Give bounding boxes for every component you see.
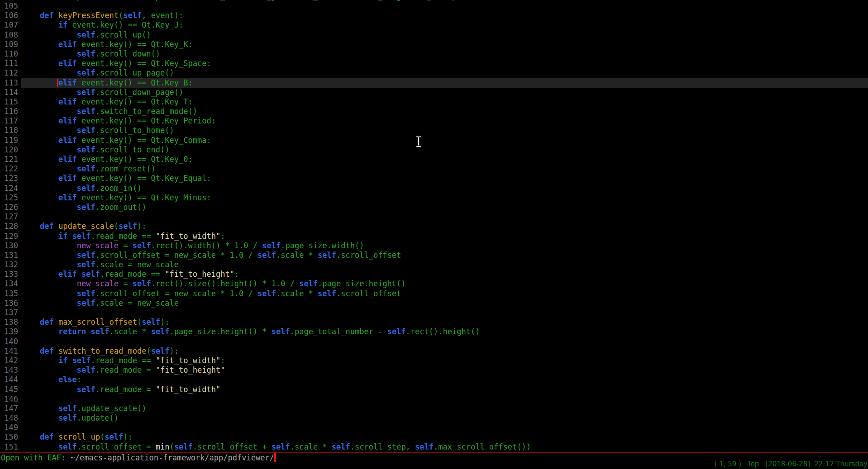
code-text: self.scroll_to_end() xyxy=(21,145,868,155)
code-line[interactable]: 116 self.switch_to_read_mode() xyxy=(0,107,868,116)
code-line[interactable]: 150 def scroll_up(self): xyxy=(0,432,868,442)
code-line[interactable]: 123 elif event.key() == Qt.Key_Equal: xyxy=(0,174,868,183)
cursor-position: ( 1, 59 ) xyxy=(715,460,741,468)
status-tray: ( 1, 59 )Top[2018-06-28]22:12 Thursday xyxy=(715,460,868,468)
code-line[interactable]: 141 def switch_to_read_mode(self): xyxy=(0,346,868,356)
code-line[interactable]: 128 def update_scale(self): xyxy=(0,222,868,231)
code-line[interactable]: 107 if event.key() == Qt.Key_J: xyxy=(0,20,868,30)
line-number: 115 xyxy=(0,97,21,107)
code-line[interactable]: 125 elif event.key() == Qt.Key_Minus: xyxy=(0,193,868,203)
code-text: self.update_scale() xyxy=(21,404,868,413)
ibeam-mouse-pointer xyxy=(415,135,423,148)
code-line[interactable]: 112 self.scroll_up_page() xyxy=(0,68,868,78)
code-line[interactable]: 136 self.scale = new_scale xyxy=(0,298,868,308)
code-text: if event.key() == Qt.Key_J: xyxy=(21,20,868,30)
minibuffer-cursor xyxy=(274,453,276,462)
line-number: 129 xyxy=(0,232,21,241)
line-number: 113 xyxy=(0,78,21,88)
code-text: self.scroll_up_page() xyxy=(21,68,868,78)
code-line[interactable]: 109 elif event.key() == Qt.Key_K: xyxy=(0,40,868,49)
code-line[interactable]: 148 self.update() xyxy=(0,413,868,423)
code-line[interactable]: 143 self.read_mode = "fit_to_height" xyxy=(0,365,868,375)
code-buffer[interactable]: painter.drawPixmap(QRect(render_x, rende… xyxy=(0,0,868,452)
code-line[interactable]: 114 self.scroll_down_page() xyxy=(0,88,868,97)
code-text: elif event.key() == Qt.Key_B: xyxy=(21,78,868,88)
code-line[interactable]: 134 new_scale = self.rect().size().heigh… xyxy=(0,279,868,289)
code-line[interactable]: 118 self.scroll_to_home() xyxy=(0,126,868,135)
code-line[interactable]: 127 xyxy=(0,212,868,222)
code-text: if self.read_mode == "fit_to_width": xyxy=(21,356,868,365)
code-text: self.read_mode = "fit_to_width" xyxy=(21,385,868,394)
code-text: def scroll_up(self): xyxy=(21,432,868,442)
code-text: self.scale = new_scale xyxy=(21,298,868,308)
line-number: 109 xyxy=(0,40,21,49)
code-line[interactable]: 126 self.zoom_out() xyxy=(0,203,868,212)
code-text: elif event.key() == Qt.Key_Equal: xyxy=(21,174,868,183)
code-line[interactable]: 130 new_scale = self.rect().width() * 1.… xyxy=(0,241,868,251)
line-number: 132 xyxy=(0,260,21,270)
buffer-position: Top xyxy=(748,460,759,468)
code-text: self.read_mode = "fit_to_height" xyxy=(21,365,868,375)
line-number: 124 xyxy=(0,184,21,193)
date: [2018-06-28] xyxy=(765,460,810,468)
code-line[interactable]: 117 elif event.key() == Qt.Key_Period: xyxy=(0,116,868,126)
line-number: 141 xyxy=(0,346,21,356)
code-text xyxy=(21,337,868,346)
line-number: 136 xyxy=(0,298,21,308)
code-line[interactable]: 135 self.scroll_offset = new_scale * 1.0… xyxy=(0,289,868,298)
code-line[interactable]: 149 xyxy=(0,423,868,432)
code-line[interactable]: 108 self.scroll_up() xyxy=(0,30,868,40)
code-line[interactable]: 122 self.zoom_reset() xyxy=(0,164,868,174)
code-text: elif self.read_mode == "fit_to_height": xyxy=(21,270,868,279)
line-number: 125 xyxy=(0,193,21,203)
code-line[interactable]: 115 elif event.key() == Qt.Key_T: xyxy=(0,97,868,107)
code-line[interactable]: 140 xyxy=(0,337,868,346)
line-number: 120 xyxy=(0,145,21,155)
code-line[interactable]: 144 else: xyxy=(0,375,868,384)
code-line[interactable]: 137 xyxy=(0,308,868,317)
code-line[interactable]: 131 self.scroll_offset = new_scale * 1.0… xyxy=(0,251,868,260)
line-number: 135 xyxy=(0,289,21,298)
line-number: 149 xyxy=(0,423,21,432)
code-line[interactable]: 142 if self.read_mode == "fit_to_width": xyxy=(0,356,868,365)
code-text: self.scroll_down() xyxy=(21,49,868,59)
code-line[interactable]: 139 return self.scale * self.page_size.h… xyxy=(0,327,868,336)
line-number: 108 xyxy=(0,30,21,40)
minibuffer-input[interactable]: ~/emacs-application-framework/app/pdfvie… xyxy=(71,453,274,462)
code-line[interactable]: 129 if self.read_mode == "fit_to_width": xyxy=(0,232,868,241)
code-line[interactable]: 121 elif event.key() == Qt.Key_0: xyxy=(0,155,868,164)
code-text: if self.read_mode == "fit_to_width": xyxy=(21,232,868,241)
code-line[interactable]: 111 elif event.key() == Qt.Key_Space: xyxy=(0,59,868,68)
code-line[interactable]: 146 xyxy=(0,394,868,404)
code-text: self.update() xyxy=(21,413,868,423)
code-line[interactable]: 113 elif event.key() == Qt.Key_B: xyxy=(0,78,868,88)
line-number: 117 xyxy=(0,116,21,126)
code-line[interactable]: 132 self.scale = new_scale xyxy=(0,260,868,270)
code-line[interactable]: 119 elif event.key() == Qt.Key_Comma: xyxy=(0,136,868,145)
code-text xyxy=(21,1,868,11)
code-line[interactable]: 124 self.zoom_in() xyxy=(0,184,868,193)
line-number: 151 xyxy=(0,442,21,452)
code-text: self.scroll_offset = new_scale * 1.0 / s… xyxy=(21,251,868,260)
line-number: 148 xyxy=(0,413,21,423)
code-text: def update_scale(self): xyxy=(21,222,868,231)
code-line[interactable]: 133 elif self.read_mode == "fit_to_heigh… xyxy=(0,270,868,279)
line-number: 128 xyxy=(0,222,21,231)
line-number: 116 xyxy=(0,107,21,116)
line-number: 144 xyxy=(0,375,21,384)
code-text: elif event.key() == Qt.Key_T: xyxy=(21,97,868,107)
code-line[interactable]: 106 def keyPressEvent(self, event): xyxy=(0,11,868,20)
code-line[interactable]: 145 self.read_mode = "fit_to_width" xyxy=(0,385,868,394)
code-line[interactable]: 147 self.update_scale() xyxy=(0,404,868,413)
code-text: self.switch_to_read_mode() xyxy=(21,107,868,116)
code-text: new_scale = self.rect().size().height() … xyxy=(21,279,868,289)
code-line[interactable]: 151 self.scroll_offset = min(self.scroll… xyxy=(0,442,868,452)
line-number: 123 xyxy=(0,174,21,183)
code-line[interactable]: 120 self.scroll_to_end() xyxy=(0,145,868,155)
code-line[interactable]: 110 self.scroll_down() xyxy=(0,49,868,59)
code-line[interactable]: 138 def max_scroll_offset(self): xyxy=(0,317,868,327)
code-line[interactable]: 105 xyxy=(0,1,868,11)
code-text: def max_scroll_offset(self): xyxy=(21,317,868,327)
line-number: 126 xyxy=(0,203,21,212)
code-text: self.zoom_in() xyxy=(21,184,868,193)
